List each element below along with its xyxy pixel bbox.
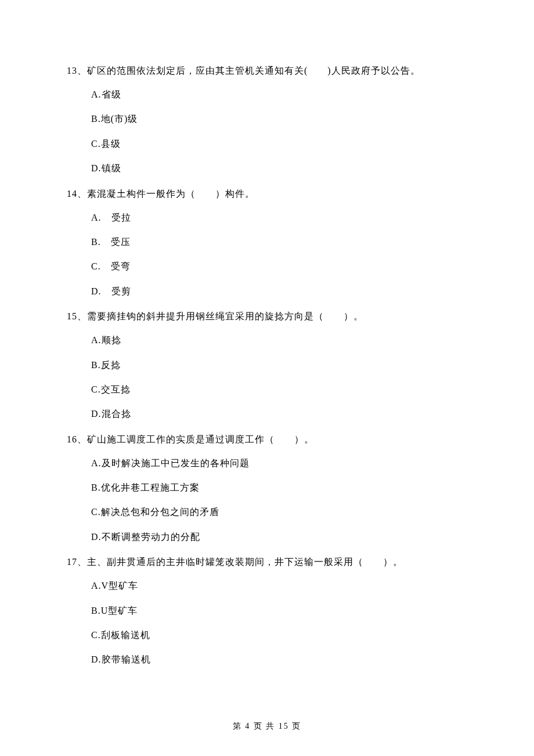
question-14: 14、素混凝土构件一般作为（ ）构件。 A. 受拉 B. 受压 C. 受弯 D.… — [67, 187, 470, 298]
option-c: C.县级 — [91, 138, 470, 150]
option-c: C.解决总包和分包之间的矛盾 — [91, 506, 470, 519]
question-number: 17、 — [67, 557, 87, 567]
options-list: A.及时解决施工中已发生的各种问题 B.优化井巷工程施工方案 C.解决总包和分包… — [67, 457, 470, 544]
option-a: A.省级 — [91, 88, 470, 101]
option-a: A.及时解决施工中已发生的各种问题 — [91, 457, 470, 470]
question-stem: 14、素混凝土构件一般作为（ ）构件。 — [67, 187, 470, 201]
option-d: D.镇级 — [91, 162, 470, 175]
option-a: A.顺捻 — [91, 334, 470, 347]
options-list: A.省级 B.地(市)级 C.县级 D.镇级 — [67, 88, 470, 175]
option-a: A.V型矿车 — [91, 579, 470, 592]
options-list: A. 受拉 B. 受压 C. 受弯 D. 受剪 — [67, 211, 470, 298]
option-b: B.地(市)级 — [91, 113, 470, 125]
question-text: 素混凝土构件一般作为（ ）构件。 — [87, 189, 255, 199]
question-15: 15、需要摘挂钩的斜井提升用钢丝绳宜采用的旋捻方向是（ ）。 A.顺捻 B.反捻… — [67, 309, 470, 421]
option-c: C. 受弯 — [91, 260, 470, 273]
option-b: B. 受压 — [91, 236, 470, 249]
option-d: D.胶带输送机 — [91, 653, 470, 666]
question-text: 矿山施工调度工作的实质是通过调度工作（ ）。 — [87, 434, 314, 444]
question-13: 13、矿区的范围依法划定后，应由其主管机关通知有关( )人民政府予以公告。 A.… — [67, 64, 470, 175]
option-b: B.优化井巷工程施工方案 — [91, 481, 470, 494]
option-a: A. 受拉 — [91, 211, 470, 224]
option-c: C.刮板输送机 — [91, 629, 470, 642]
question-number: 15、 — [67, 311, 87, 321]
option-d: D. 受剪 — [91, 285, 470, 298]
question-text: 主、副井贯通后的主井临时罐笼改装期间，井下运输一般采用（ ）。 — [87, 557, 403, 567]
option-c: C.交互捻 — [91, 383, 470, 396]
option-b: B.反捻 — [91, 359, 470, 372]
question-16: 16、矿山施工调度工作的实质是通过调度工作（ ）。 A.及时解决施工中已发生的各… — [67, 433, 470, 544]
option-b: B.U型矿车 — [91, 604, 470, 617]
page-footer: 第 4 页 共 15 页 — [0, 721, 534, 732]
option-d: D.不断调整劳动力的分配 — [91, 531, 470, 543]
question-number: 14、 — [67, 189, 87, 199]
question-17: 17、主、副井贯通后的主井临时罐笼改装期间，井下运输一般采用（ ）。 A.V型矿… — [67, 555, 470, 667]
question-stem: 15、需要摘挂钩的斜井提升用钢丝绳宜采用的旋捻方向是（ ）。 — [67, 309, 470, 323]
question-text: 需要摘挂钩的斜井提升用钢丝绳宜采用的旋捻方向是（ ）。 — [87, 311, 363, 321]
question-stem: 16、矿山施工调度工作的实质是通过调度工作（ ）。 — [67, 433, 470, 447]
option-d: D.混合捻 — [91, 408, 470, 420]
question-text: 矿区的范围依法划定后，应由其主管机关通知有关( )人民政府予以公告。 — [87, 66, 420, 75]
page-content: 13、矿区的范围依法划定后，应由其主管机关通知有关( )人民政府予以公告。 A.… — [0, 0, 534, 667]
question-number: 16、 — [67, 434, 87, 444]
options-list: A.V型矿车 B.U型矿车 C.刮板输送机 D.胶带输送机 — [67, 579, 470, 667]
question-stem: 13、矿区的范围依法划定后，应由其主管机关通知有关( )人民政府予以公告。 — [67, 64, 470, 78]
question-stem: 17、主、副井贯通后的主井临时罐笼改装期间，井下运输一般采用（ ）。 — [67, 555, 470, 569]
question-number: 13、 — [67, 66, 87, 75]
options-list: A.顺捻 B.反捻 C.交互捻 D.混合捻 — [67, 334, 470, 421]
